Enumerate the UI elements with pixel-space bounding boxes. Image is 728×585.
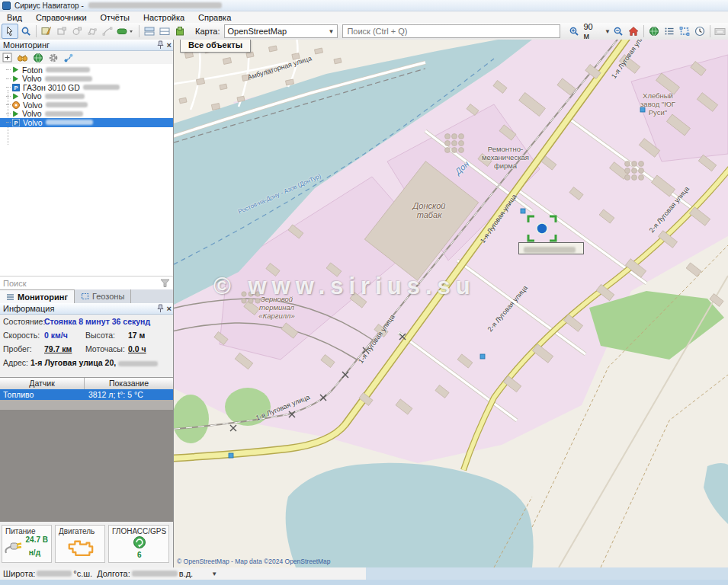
layout-split-button[interactable] bbox=[157, 24, 172, 38]
select-cursor-button[interactable] bbox=[2, 24, 18, 39]
show-all-objects-button[interactable] bbox=[646, 24, 662, 38]
minimap-button[interactable] bbox=[713, 24, 728, 38]
tab-monitoring[interactable]: Мониторинг bbox=[0, 289, 75, 303]
pin-icon[interactable] bbox=[157, 40, 164, 50]
geozone-tool-2-button[interactable] bbox=[69, 24, 85, 38]
vehicle-map-label[interactable] bbox=[518, 242, 584, 254]
power-plug-icon bbox=[4, 539, 24, 556]
layout-panels-button[interactable] bbox=[142, 24, 157, 38]
cursor-icon bbox=[5, 26, 15, 37]
status-parked-icon: P bbox=[12, 84, 20, 91]
latitude-redacted bbox=[37, 571, 72, 577]
sensor-col-header[interactable]: Датчик bbox=[0, 378, 85, 389]
sensor-row-selected[interactable]: Топливо 3812 л; t°: 5 °C bbox=[0, 389, 173, 400]
binoculars-search-icon[interactable] bbox=[17, 53, 28, 62]
zoom-out-button[interactable] bbox=[611, 24, 626, 38]
status-moving-icon bbox=[12, 93, 19, 100]
gear-icon[interactable] bbox=[48, 53, 59, 63]
chevron-down-icon: ▼ bbox=[328, 28, 334, 35]
cargo-mode-button[interactable] bbox=[172, 24, 188, 38]
poi-label: Донской табак bbox=[399, 201, 460, 219]
expand-all-icon[interactable] bbox=[2, 53, 12, 62]
track-color-button[interactable] bbox=[115, 24, 136, 38]
filter-funnel-icon[interactable] bbox=[160, 279, 170, 288]
vehicle-row[interactable]: Volvo bbox=[0, 75, 173, 84]
legend-button[interactable] bbox=[662, 24, 677, 38]
track-color-icon bbox=[117, 26, 135, 37]
zoom-select-button[interactable] bbox=[18, 24, 34, 38]
address-value: 1-я Луговая улица 20, bbox=[30, 358, 158, 367]
address-label: Адрес: bbox=[3, 358, 28, 367]
mileage-label: Пробег: bbox=[3, 344, 32, 353]
close-icon[interactable]: × bbox=[167, 41, 172, 50]
value-col-header[interactable]: Показание bbox=[85, 378, 173, 389]
vehicle-row[interactable]: Volvo bbox=[0, 110, 173, 119]
gps-satellites-value: 6 bbox=[137, 551, 142, 559]
vehicle-row[interactable]: Foton bbox=[0, 66, 173, 75]
mileage-value[interactable]: 79.7 км bbox=[44, 344, 72, 353]
glonass-gps-icon bbox=[133, 535, 146, 549]
geozone-line-icon bbox=[102, 26, 113, 37]
geozone-tool-3-button[interactable] bbox=[85, 24, 100, 38]
gps-gauge: ГЛОНАСС/GPS 6 bbox=[108, 525, 169, 563]
vehicle-row[interactable]: Volvo bbox=[0, 92, 173, 101]
vehicle-name: Volvo bbox=[22, 91, 42, 101]
split-view-icon bbox=[159, 26, 170, 37]
address-redacted bbox=[118, 361, 158, 366]
cargo-box-icon bbox=[175, 26, 185, 37]
tree-search-row[interactable]: Поиск bbox=[0, 276, 173, 290]
route-icon[interactable] bbox=[63, 53, 74, 63]
home-icon bbox=[628, 26, 639, 37]
coords-dropdown-icon[interactable]: ▼ bbox=[211, 571, 217, 577]
vehicle-row-selected[interactable]: P Volvo bbox=[0, 118, 173, 127]
scale-chevron-icon[interactable]: ▼ bbox=[605, 28, 611, 35]
show-on-map-icon[interactable] bbox=[33, 53, 43, 63]
global-search-input[interactable] bbox=[342, 24, 560, 38]
tab-geozones-label: Геозоны bbox=[92, 292, 124, 301]
time-filter-button[interactable] bbox=[692, 24, 707, 38]
map-provider-select[interactable]: OpenStreetMap ▼ bbox=[224, 24, 338, 38]
power-sub-value: н/д bbox=[29, 548, 40, 557]
vehicle-name-redacted bbox=[46, 120, 93, 125]
close-icon[interactable]: × bbox=[167, 305, 172, 313]
sidebar-tabs: Мониторинг Геозоны bbox=[0, 289, 173, 304]
vehicle-row[interactable]: P ГАЗон 3010 GD bbox=[0, 83, 173, 92]
vehicle-row[interactable]: Volvo bbox=[0, 101, 173, 110]
menu-nastroyka[interactable]: Настройка bbox=[136, 13, 191, 22]
power-voltage-value: 24.7 В bbox=[26, 535, 48, 544]
geozone-polygon-icon bbox=[87, 26, 98, 37]
zoom-in-button[interactable] bbox=[566, 24, 582, 38]
monitoring-panel-title: Мониторинг bbox=[3, 40, 50, 50]
engine-hours-value[interactable]: 0.0 ч bbox=[128, 344, 146, 353]
tab-geozones[interactable]: Геозоны bbox=[75, 289, 131, 303]
selection-rect-icon bbox=[679, 26, 690, 37]
map-select-label: Карта: bbox=[195, 27, 220, 36]
vehicle-name-redacted bbox=[83, 85, 120, 90]
menu-otchety[interactable]: Отчёты bbox=[94, 13, 136, 22]
clock-icon bbox=[694, 26, 705, 37]
map-canvas[interactable]: Амбулаторная улица 1-я Луговая улица 1-я… bbox=[174, 40, 728, 567]
edit-map-button[interactable] bbox=[39, 24, 54, 38]
engine-hours-label: Моточасы: bbox=[85, 344, 125, 353]
pin-icon[interactable] bbox=[157, 304, 164, 313]
home-view-button[interactable] bbox=[626, 24, 641, 38]
menu-spravka[interactable]: Справка bbox=[191, 13, 238, 22]
map-tab-all-objects[interactable]: Все объекты bbox=[180, 40, 251, 53]
title-bar: Сириус Навигатор - bbox=[0, 0, 728, 11]
vehicle-tree: Foton Volvo P ГАЗон 3010 GD Volvo Volvo bbox=[0, 64, 173, 276]
geozone-tool-4-button[interactable] bbox=[100, 24, 115, 38]
geozone-tool-1-button[interactable] bbox=[54, 24, 69, 38]
sensor-table-header: Датчик Показание bbox=[0, 377, 173, 390]
menu-spravochniki[interactable]: Справочники bbox=[29, 13, 94, 22]
altitude-value: 17 м bbox=[128, 331, 145, 340]
menu-vid[interactable]: Вид bbox=[0, 13, 29, 22]
longitude-label: Долгота: bbox=[97, 569, 130, 578]
speed-value: 0 км/ч bbox=[44, 331, 68, 340]
globe-icon bbox=[649, 26, 659, 37]
map-scale-value: 90 м bbox=[583, 22, 600, 40]
info-panel-header: Информация × bbox=[0, 303, 173, 315]
app-icon bbox=[2, 2, 11, 10]
latitude-suffix: °с.ш. bbox=[73, 569, 92, 578]
latitude-label: Широта: bbox=[3, 569, 35, 578]
selection-area-button[interactable] bbox=[677, 24, 692, 38]
